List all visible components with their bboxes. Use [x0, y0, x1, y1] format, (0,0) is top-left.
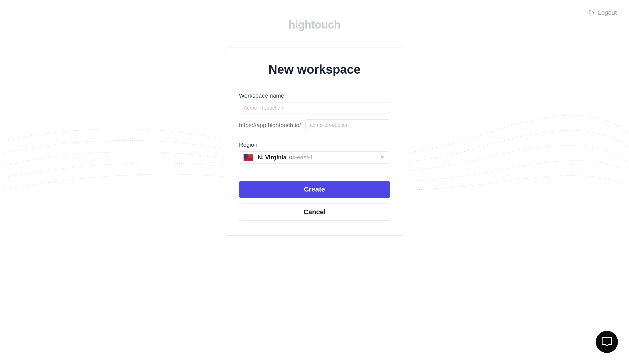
chevron-down-icon [380, 154, 385, 161]
workspace-slug-input[interactable] [305, 119, 390, 131]
cancel-button[interactable]: Cancel [239, 203, 390, 221]
logout-icon [588, 10, 595, 16]
workspace-name-group: Workspace name [239, 92, 390, 114]
svg-rect-9 [244, 154, 248, 158]
logout-label: Logout [598, 9, 617, 16]
workspace-name-label: Workspace name [239, 92, 390, 99]
logout-button[interactable]: Logout [588, 9, 617, 16]
region-label: Region [239, 141, 390, 148]
workspace-name-input[interactable] [239, 102, 390, 114]
chat-widget-button[interactable] [596, 331, 618, 353]
region-select[interactable]: N. Virginia us-east-1 [239, 151, 390, 164]
chat-icon [601, 336, 612, 348]
workspace-url-group: https://app.hightouch.io/ [239, 119, 390, 131]
top-bar: Logout [0, 0, 629, 25]
url-prefix-label: https://app.hightouch.io/ [239, 122, 301, 129]
region-selected-code: us-east-1 [289, 154, 313, 161]
new-workspace-card: New workspace Workspace name https://app… [224, 48, 405, 236]
region-group: Region N. Virginia us-east-1 [239, 141, 390, 164]
us-flag-icon [244, 154, 253, 161]
card-title: New workspace [239, 63, 390, 76]
region-selected-name: N. Virginia [258, 154, 287, 161]
svg-rect-8 [244, 160, 253, 161]
svg-rect-7 [244, 159, 253, 160]
svg-rect-6 [244, 158, 253, 159]
create-button[interactable]: Create [239, 181, 390, 198]
